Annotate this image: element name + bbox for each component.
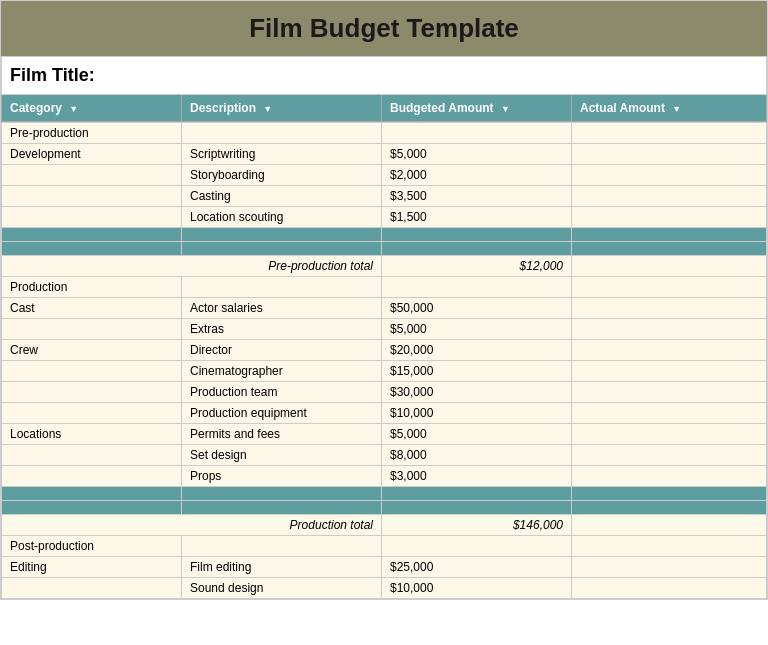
teal-separator-row [2, 501, 767, 515]
cell-actual [572, 165, 767, 186]
cell-description: Set design [182, 445, 382, 466]
teal-separator-row [2, 228, 767, 242]
cell-actual [572, 144, 767, 165]
table-row: DevelopmentScriptwriting$5,000 [2, 144, 767, 165]
cell-category [2, 403, 182, 424]
cell-budgeted: $5,000 [382, 319, 572, 340]
table-row: CastActor salaries$50,000 [2, 298, 767, 319]
description-dropdown-icon[interactable]: ▼ [263, 104, 272, 114]
cell-category [2, 361, 182, 382]
category-dropdown-icon[interactable]: ▼ [69, 104, 78, 114]
cell-budgeted: $1,500 [382, 207, 572, 228]
total-label: Pre-production total [2, 256, 382, 277]
cell-description: Extras [182, 319, 382, 340]
cell-description: Director [182, 340, 382, 361]
cell-budgeted: $20,000 [382, 340, 572, 361]
total-label: Production total [2, 515, 382, 536]
cell-actual [572, 186, 767, 207]
cell-description: Actor salaries [182, 298, 382, 319]
cell-description: Sound design [182, 578, 382, 599]
cell-description [182, 123, 382, 144]
table-row: Sound design$10,000 [2, 578, 767, 599]
cell-budgeted: $30,000 [382, 382, 572, 403]
cell-category [2, 186, 182, 207]
film-title-row: Film Title: [2, 57, 767, 95]
cell-category [2, 578, 182, 599]
cell-actual [572, 403, 767, 424]
page-container: Film Budget Template Film Title: Categor… [0, 0, 768, 600]
cell-category: Cast [2, 298, 182, 319]
cell-actual [572, 361, 767, 382]
cell-description: Scriptwriting [182, 144, 382, 165]
cell-actual [572, 578, 767, 599]
cell-category [2, 466, 182, 487]
cell-category [2, 445, 182, 466]
cell-budgeted: $10,000 [382, 578, 572, 599]
total-amount: $12,000 [382, 256, 572, 277]
table-row: Casting$3,500 [2, 186, 767, 207]
title-bar: Film Budget Template [1, 1, 767, 56]
cell-category: Editing [2, 557, 182, 578]
cell-actual [572, 536, 767, 557]
cell-actual [572, 207, 767, 228]
cell-category: Development [2, 144, 182, 165]
table-row: Set design$8,000 [2, 445, 767, 466]
table-row: EditingFilm editing$25,000 [2, 557, 767, 578]
table-row: Props$3,000 [2, 466, 767, 487]
cell-actual [572, 557, 767, 578]
table-row: Production team$30,000 [2, 382, 767, 403]
cell-description: Permits and fees [182, 424, 382, 445]
total-amount: $146,000 [382, 515, 572, 536]
header-budgeted[interactable]: Budgeted Amount ▼ [382, 95, 572, 122]
cell-budgeted [382, 536, 572, 557]
cell-actual [572, 123, 767, 144]
cell-budgeted: $3,000 [382, 466, 572, 487]
budgeted-dropdown-icon[interactable]: ▼ [501, 104, 510, 114]
cell-category: Crew [2, 340, 182, 361]
teal-separator-row [2, 487, 767, 501]
cell-category [2, 207, 182, 228]
cell-budgeted: $2,000 [382, 165, 572, 186]
header-category[interactable]: Category ▼ [2, 95, 182, 122]
cell-description: Production team [182, 382, 382, 403]
column-header-row: Category ▼ Description ▼ Budgeted Amount… [2, 95, 767, 122]
cell-budgeted: $25,000 [382, 557, 572, 578]
cell-description: Cinematographer [182, 361, 382, 382]
table-row: CrewDirector$20,000 [2, 340, 767, 361]
cell-category: Locations [2, 424, 182, 445]
cell-budgeted: $10,000 [382, 403, 572, 424]
cell-budgeted: $5,000 [382, 144, 572, 165]
page-title: Film Budget Template [1, 13, 767, 44]
cell-actual [572, 382, 767, 403]
section-header-row: Post-production [2, 536, 767, 557]
cell-actual [572, 319, 767, 340]
cell-description: Production equipment [182, 403, 382, 424]
total-row: Pre-production total$12,000 [2, 256, 767, 277]
film-title-label: Film Title: [10, 65, 95, 85]
section-header-row: Pre-production [2, 123, 767, 144]
cell-description [182, 277, 382, 298]
total-actual-empty [572, 515, 767, 536]
cell-actual [572, 340, 767, 361]
cell-budgeted: $50,000 [382, 298, 572, 319]
cell-budgeted: $15,000 [382, 361, 572, 382]
cell-description: Location scouting [182, 207, 382, 228]
data-table: Pre-productionDevelopmentScriptwriting$5… [1, 122, 767, 599]
table-row: Cinematographer$15,000 [2, 361, 767, 382]
cell-category [2, 165, 182, 186]
teal-separator-row [2, 242, 767, 256]
cell-budgeted [382, 277, 572, 298]
cell-category: Production [2, 277, 182, 298]
cell-budgeted: $5,000 [382, 424, 572, 445]
table-row: Location scouting$1,500 [2, 207, 767, 228]
cell-category: Pre-production [2, 123, 182, 144]
cell-actual [572, 424, 767, 445]
table-row: Storyboarding$2,000 [2, 165, 767, 186]
total-actual-empty [572, 256, 767, 277]
actual-dropdown-icon[interactable]: ▼ [672, 104, 681, 114]
cell-actual [572, 298, 767, 319]
cell-actual [572, 445, 767, 466]
header-description[interactable]: Description ▼ [182, 95, 382, 122]
cell-budgeted: $8,000 [382, 445, 572, 466]
header-actual[interactable]: Actual Amount ▼ [572, 95, 767, 122]
